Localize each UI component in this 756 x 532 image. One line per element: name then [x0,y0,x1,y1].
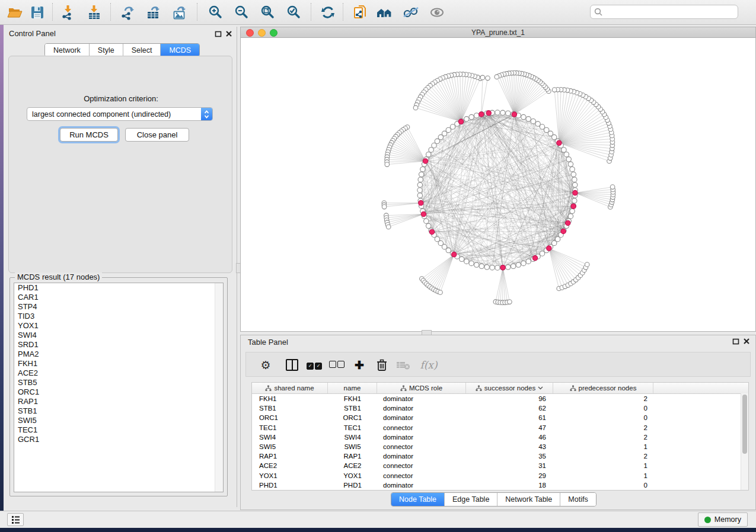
table-row[interactable]: TEC1TEC1connector472 [252,423,748,432]
export-image-icon[interactable] [171,4,189,21]
network-node[interactable] [435,237,439,242]
network-node[interactable] [438,134,443,139]
network-graph[interactable] [241,38,755,331]
network-node[interactable] [562,148,566,152]
save-session-icon[interactable] [28,4,46,21]
mcds-result-item[interactable]: YOX1 [14,321,223,331]
close-panel-icon[interactable] [225,30,233,39]
network-node[interactable] [555,237,560,242]
network-node[interactable] [418,177,423,182]
network-node[interactable] [490,265,495,270]
mcds-hub-node[interactable] [429,229,434,234]
network-node[interactable] [424,219,429,223]
mcds-hub-node[interactable] [419,200,423,205]
network-node[interactable] [413,105,418,110]
mcds-result-item[interactable]: CAR1 [14,293,223,302]
mcds-result-item[interactable]: STB5 [14,378,223,387]
network-node[interactable] [552,134,557,139]
eye-icon[interactable] [428,4,446,21]
search-box[interactable] [590,5,738,19]
zoom-selected-icon[interactable] [285,4,302,21]
network-node[interactable] [442,131,446,136]
hide-details-glasses-icon[interactable] [402,4,420,21]
mcds-hub-node[interactable] [561,229,566,233]
tab-motifs[interactable]: Motifs [560,493,595,506]
refresh-icon[interactable] [319,4,337,21]
mcds-hub-node[interactable] [532,255,537,260]
tab-network-table[interactable]: Network Table [497,493,560,506]
mcds-result-item[interactable]: FKH1 [14,359,223,368]
network-node[interactable] [552,241,557,245]
mcds-result-item[interactable]: RAP1 [14,397,223,406]
mcds-result-item[interactable]: STB1 [14,406,223,416]
mcds-hub-node[interactable] [452,252,457,257]
network-node[interactable] [511,264,516,268]
network-node[interactable] [474,262,479,267]
mcds-result-item[interactable]: TID3 [14,312,223,321]
mcds-hub-node[interactable] [479,112,484,117]
mcds-result-item[interactable]: ORC1 [14,387,223,397]
network-node[interactable] [426,152,431,157]
network-node[interactable] [417,193,422,198]
tab-node-table[interactable]: Node Table [391,493,444,506]
network-node[interactable] [540,251,544,256]
network-node[interactable] [429,148,433,152]
network-node[interactable] [417,182,422,187]
table-row[interactable]: YOX1YOX1connector291 [252,471,748,480]
table-row[interactable]: SWI5SWI5connector431 [252,442,748,451]
run-mcds-button[interactable]: Run MCDS [60,128,118,142]
close-table-panel-icon[interactable] [742,338,751,346]
network-window-titlebar[interactable]: YPA_prune.txt_1 [241,27,755,38]
network-node[interactable] [486,76,490,81]
network-node[interactable] [585,262,589,267]
network-node[interactable] [500,110,505,115]
task-history-icon[interactable] [7,513,24,526]
network-node[interactable] [521,114,526,119]
network-node[interactable] [506,111,511,116]
tab-mcds[interactable]: MCDS [160,44,199,56]
import-network-icon[interactable] [59,4,77,21]
mcds-hub-node[interactable] [421,211,426,216]
network-node[interactable] [495,265,500,270]
memory-button[interactable]: Memory [698,512,748,527]
zoom-fit-icon[interactable] [259,4,276,21]
gear-icon[interactable]: ⚙ [257,356,275,374]
export-network-icon[interactable] [119,4,136,21]
delete-icon[interactable] [373,356,391,374]
criterion-select[interactable]: largest connected component (undirected) [27,107,213,121]
network-node[interactable] [516,262,521,267]
mcds-result-item[interactable]: SWI5 [14,416,223,425]
network-node[interactable] [426,223,431,228]
network-node[interactable] [469,261,474,265]
network-node[interactable] [479,264,484,268]
mcds-hub-node[interactable] [547,246,551,251]
table-scrollbar[interactable] [741,393,748,490]
network-node[interactable] [420,167,425,172]
tab-style[interactable]: Style [89,44,123,56]
columns-icon[interactable] [283,356,301,374]
table-row[interactable]: FKH1FKH1dominator962 [252,394,748,403]
network-node[interactable] [526,259,531,264]
mcds-result-item[interactable]: GCR1 [14,435,223,444]
float-panel-icon[interactable] [214,30,222,39]
mcds-hub-node[interactable] [423,159,428,164]
mcds-result-item[interactable]: STP4 [14,302,223,312]
network-node[interactable] [438,241,443,245]
add-icon[interactable]: ✚ [350,356,368,374]
network-node[interactable] [572,177,577,182]
network-node[interactable] [385,162,390,167]
network-node[interactable] [540,124,544,129]
mcds-hub-node[interactable] [458,119,463,124]
mcds-hub-node[interactable] [573,190,578,195]
tab-edge-table[interactable]: Edge Table [444,493,497,506]
network-node[interactable] [446,127,451,132]
table-row[interactable]: STB1STB1dominator620 [252,403,748,413]
network-node[interactable] [495,75,499,79]
network-node[interactable] [566,157,571,162]
column-header-name[interactable]: name [328,383,377,393]
network-canvas[interactable] [241,38,755,331]
network-node[interactable] [386,225,391,229]
column-header-MCDS-role[interactable]: MCDS role [377,383,466,393]
network-node[interactable] [526,117,531,121]
network-node[interactable] [573,182,578,187]
